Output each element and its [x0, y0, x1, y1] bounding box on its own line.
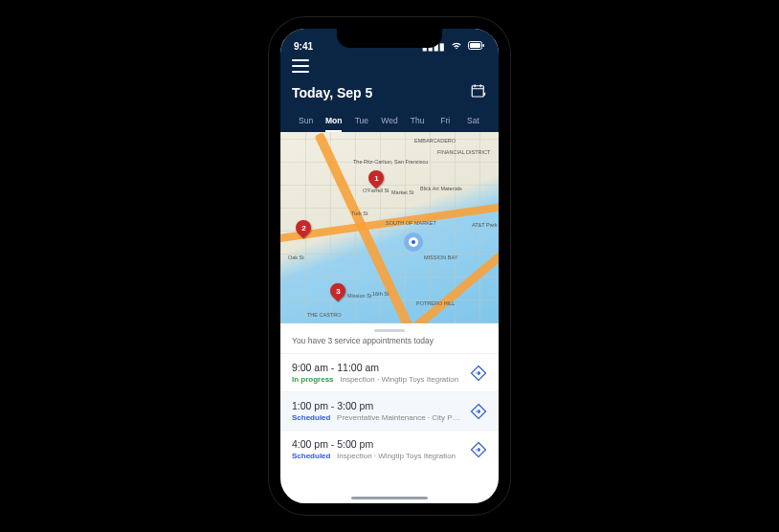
- day-tab-tue[interactable]: Tue: [347, 111, 375, 132]
- map-poi-label: Market St: [391, 189, 414, 195]
- day-tab-sat[interactable]: Sat: [459, 111, 487, 132]
- appointment-info: 4:00 pm - 5:00 pmScheduled Inspection · …: [292, 438, 462, 460]
- drag-handle[interactable]: [374, 329, 405, 332]
- page-title: Today, Sep 5: [292, 85, 372, 100]
- map-pin-1[interactable]: 1: [366, 167, 388, 189]
- map-poi-label: FINANCIAL DISTRICT: [437, 149, 490, 155]
- app-header: Today, Sep 5 SunMonTueWedThuFriSat: [280, 54, 499, 132]
- map-view[interactable]: EMBARCADEROThe Ritz-Carlton, San Francis…: [280, 132, 499, 323]
- map-poi-label: EMBARCADERO: [414, 138, 456, 144]
- wifi-icon: [451, 41, 465, 52]
- summary-text: You have 3 service appointments today: [280, 336, 499, 353]
- calendar-icon[interactable]: [470, 82, 487, 103]
- map-poi-label: MISSION BAY: [424, 255, 457, 260]
- map-poi-label: SOUTH OF MARKET: [386, 220, 436, 226]
- map-road: [411, 228, 499, 323]
- directions-icon[interactable]: [470, 441, 487, 458]
- status-badge: Scheduled: [292, 452, 330, 460]
- map-poi-label: The Ritz-Carlton, San Francisco: [353, 159, 428, 165]
- day-tab-fri[interactable]: Fri: [432, 111, 459, 132]
- appointment-item[interactable]: 1:00 pm - 3:00 pmScheduled Preventative …: [280, 391, 499, 430]
- appointment-time: 9:00 am - 11:00 am: [292, 362, 462, 373]
- appointment-time: 1:00 pm - 3:00 pm: [292, 400, 462, 411]
- status-badge: Scheduled: [292, 413, 330, 422]
- svg-rect-3: [472, 86, 483, 97]
- appointment-info: 9:00 am - 11:00 amIn progress Inspection…: [292, 362, 462, 384]
- map-poi-label: 16th St: [372, 291, 389, 297]
- status-badge: In progress: [292, 375, 334, 384]
- svg-rect-1: [470, 43, 480, 48]
- map-poi-label: Blick Art Materials: [420, 186, 462, 191]
- my-location-icon[interactable]: [409, 237, 418, 247]
- map-poi-label: AT&T Park: [472, 222, 497, 228]
- appointment-meta: In progress Inspection · Wingtip Toys It…: [292, 375, 462, 384]
- home-indicator[interactable]: [351, 497, 428, 499]
- map-poi-label: Turk St: [351, 211, 368, 216]
- appointment-time: 4:00 pm - 5:00 pm: [292, 438, 462, 450]
- day-tab-sun[interactable]: Sun: [292, 111, 320, 132]
- directions-icon[interactable]: [470, 403, 487, 420]
- day-tab-thu[interactable]: Thu: [404, 111, 432, 132]
- battery-icon: [468, 41, 485, 52]
- map-pin-3[interactable]: 3: [327, 280, 349, 302]
- map-poi-label: POTRERO HILL: [416, 300, 455, 306]
- map-poi-label: THE CASTRO: [307, 312, 341, 318]
- appointment-info: 1:00 pm - 3:00 pmScheduled Preventative …: [292, 400, 462, 422]
- svg-rect-2: [483, 44, 485, 47]
- appointments-sheet: You have 3 service appointments today 9:…: [280, 329, 499, 468]
- device-notch: [337, 29, 442, 48]
- day-tabs: SunMonTueWedThuFriSat: [292, 111, 487, 132]
- clock: 9:41: [294, 41, 313, 52]
- map-poi-label: Mission St: [347, 293, 371, 299]
- directions-icon[interactable]: [470, 365, 487, 382]
- appointment-item[interactable]: 4:00 pm - 5:00 pmScheduled Inspection · …: [280, 430, 499, 468]
- appointment-item[interactable]: 9:00 am - 11:00 amIn progress Inspection…: [280, 353, 499, 391]
- day-tab-wed[interactable]: Wed: [375, 111, 403, 132]
- menu-button[interactable]: [292, 59, 309, 73]
- appointment-meta: Scheduled Inspection · Wingtip Toys Iteg…: [292, 452, 462, 460]
- map-poi-label: Oak St: [288, 255, 304, 260]
- appointment-list: 9:00 am - 11:00 amIn progress Inspection…: [280, 353, 499, 468]
- appointment-meta: Scheduled Preventative Maintenance · Cit…: [292, 413, 462, 422]
- day-tab-mon[interactable]: Mon: [320, 111, 347, 132]
- phone-frame: 9:41 ▮▮▮▮ Today, Sep 5 SunMon: [269, 17, 510, 515]
